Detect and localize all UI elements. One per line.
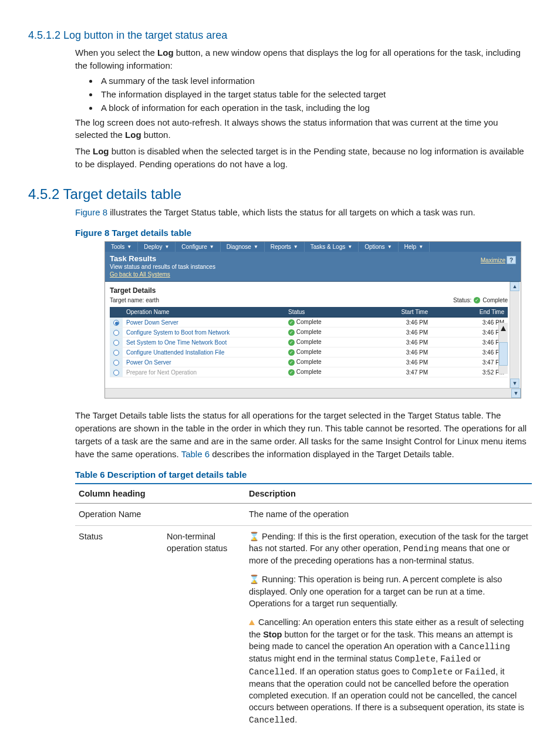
operation-link[interactable]: Power Down Server xyxy=(126,319,178,326)
figure-8-link[interactable]: Figure 8 xyxy=(75,207,107,217)
cell-status: ✓ Complete xyxy=(285,367,355,377)
cell-start-time: 3:46 PM xyxy=(355,357,431,367)
cell-start-time: 3:46 PM xyxy=(355,328,431,337)
scroll-up-icon[interactable]: ▲ xyxy=(510,282,519,291)
scroll-down-icon[interactable]: ▼ xyxy=(510,379,519,388)
menu-tools[interactable]: Tools▼ xyxy=(105,242,138,252)
col-end-time[interactable]: End Time xyxy=(431,307,508,318)
radio-icon[interactable] xyxy=(113,320,119,326)
cell-operation: Power Down Server xyxy=(123,318,285,328)
col-start-time[interactable]: Start Time xyxy=(355,307,431,318)
paragraph-log-disabled: The Log button is disabled when the sele… xyxy=(75,145,532,171)
radio-icon[interactable] xyxy=(113,350,119,356)
text: status might end in the terminal status xyxy=(249,654,394,663)
table-row[interactable]: Configure Unattended Installation File✓ … xyxy=(110,347,508,357)
radio-cell[interactable] xyxy=(110,357,123,367)
cell-end-time: 3:47 PM xyxy=(431,357,508,367)
cell-start-time: 3:46 PM xyxy=(355,318,431,328)
check-icon: ✓ xyxy=(288,329,295,336)
operation-link[interactable]: Prepare for Next Operation xyxy=(126,369,197,376)
table-row[interactable]: Set System to One Time Network Boot✓ Com… xyxy=(110,337,508,347)
scroll-up-icon[interactable]: ▲ xyxy=(499,323,508,333)
menu-help[interactable]: Help▼ xyxy=(399,242,430,252)
menu-reports[interactable]: Reports▼ xyxy=(265,242,305,252)
cell-sub-heading: Non-terminal operation status xyxy=(163,525,245,731)
radio-cell[interactable] xyxy=(110,347,123,357)
cell-end-time: 3:46 PM xyxy=(431,318,508,328)
radio-cell[interactable] xyxy=(110,367,123,377)
cell-operation: Configure System to Boot from Network xyxy=(123,328,285,337)
check-icon: ✓ xyxy=(288,359,295,366)
table-row[interactable]: Configure System to Boot from Network✓ C… xyxy=(110,328,508,337)
radio-cell[interactable] xyxy=(110,318,123,328)
horizontal-scrollbar[interactable]: ▼ xyxy=(105,388,521,398)
check-icon: ✓ xyxy=(288,369,295,376)
table-6-link[interactable]: Table 6 xyxy=(181,449,210,459)
radio-icon[interactable] xyxy=(113,330,119,336)
table-row[interactable]: Prepare for Next Operation✓ Complete3:47… xyxy=(110,367,508,377)
cell-operation: Power On Server xyxy=(123,357,285,367)
cell-start-time: 3:46 PM xyxy=(355,337,431,347)
radio-cell[interactable] xyxy=(110,337,123,347)
cell-description: ⌛ Pending: If this is the first operatio… xyxy=(245,525,532,731)
target-details-heading: Target Details xyxy=(110,286,508,295)
menu-options[interactable]: Options▼ xyxy=(359,242,398,252)
radio-cell[interactable] xyxy=(110,328,123,337)
paragraph-log-norefresh: The log screen does not auto-refresh. It… xyxy=(75,116,532,142)
chevron-down-icon: ▼ xyxy=(348,244,352,249)
cell-operation: Set System to One Time Network Boot xyxy=(123,337,285,347)
code: Complete xyxy=(394,654,436,664)
list-item: The information displayed in the target … xyxy=(99,89,532,99)
cell-status: ✓ Complete xyxy=(285,328,355,337)
cell-start-time: 3:47 PM xyxy=(355,367,431,377)
radio-icon[interactable] xyxy=(113,360,119,366)
cell-status: ✓ Complete xyxy=(285,357,355,367)
code: Complete xyxy=(411,667,453,677)
task-results-header: Task Results View status and results of … xyxy=(105,252,521,282)
menu-diagnose[interactable]: Diagnose▼ xyxy=(221,242,265,252)
operation-link[interactable]: Configure Unattended Installation File xyxy=(126,349,224,356)
radio-icon[interactable] xyxy=(113,370,119,376)
outer-vertical-scrollbar[interactable]: ▲ ▼ xyxy=(510,282,519,388)
status-text: Complete xyxy=(296,359,322,365)
col-operation-name[interactable]: Operation Name xyxy=(123,307,285,318)
operation-link[interactable]: Set System to One Time Network Boot xyxy=(126,339,227,346)
text: button. xyxy=(141,130,171,140)
label: Status: xyxy=(453,297,471,303)
figure-8-caption: Figure 8 Target details table xyxy=(75,228,532,238)
value: earth xyxy=(146,297,159,303)
code: Cancelled xyxy=(249,715,295,725)
col-status[interactable]: Status xyxy=(285,307,355,318)
chevron-down-icon: ▼ xyxy=(127,244,131,249)
label: Target name: xyxy=(110,297,146,303)
table-row[interactable]: Power Down Server✓ Complete3:46 PM3:46 P… xyxy=(110,318,508,328)
check-icon: ✓ xyxy=(474,297,480,303)
label: Diagnose xyxy=(227,244,251,250)
maximize-link[interactable]: Maximize xyxy=(481,257,505,264)
label: Deploy xyxy=(144,244,162,250)
bold-log: Log xyxy=(93,146,109,156)
operation-link[interactable]: Configure System to Boot from Network xyxy=(126,329,230,336)
label: Tasks & Logs xyxy=(311,244,345,250)
text: button is disabled when the selected tar… xyxy=(75,146,524,169)
target-name: Target name: earth xyxy=(110,297,159,303)
go-back-link[interactable]: Go back to All Systems xyxy=(110,271,215,278)
status-cancelling: Cancelling: An operation enters this sta… xyxy=(249,616,528,726)
help-button[interactable]: ? xyxy=(507,256,516,264)
scrollbar-thumb[interactable] xyxy=(499,342,508,366)
table-vertical-scrollbar[interactable]: ▲ xyxy=(498,323,508,374)
heading-4512: 4.5.1.2 Log button in the target status … xyxy=(28,29,532,42)
scroll-down-icon[interactable]: ▼ xyxy=(511,389,521,398)
radio-icon[interactable] xyxy=(113,340,119,346)
menu-configure[interactable]: Configure▼ xyxy=(176,242,220,252)
chevron-down-icon: ▼ xyxy=(294,244,298,249)
text: The xyxy=(75,146,93,156)
chevron-down-icon: ▼ xyxy=(210,244,214,249)
menu-deploy[interactable]: Deploy▼ xyxy=(138,242,176,252)
screenshot-menubar: Tools▼ Deploy▼ Configure▼ Diagnose▼ Repo… xyxy=(105,242,521,252)
operation-link[interactable]: Power On Server xyxy=(126,359,171,366)
table-row[interactable]: Power On Server✓ Complete3:46 PM3:47 PM xyxy=(110,357,508,367)
cell-col-heading: Status xyxy=(75,525,163,731)
menu-tasks-logs[interactable]: Tasks & Logs▼ xyxy=(305,242,359,252)
cell-status: ✓ Complete xyxy=(285,337,355,347)
